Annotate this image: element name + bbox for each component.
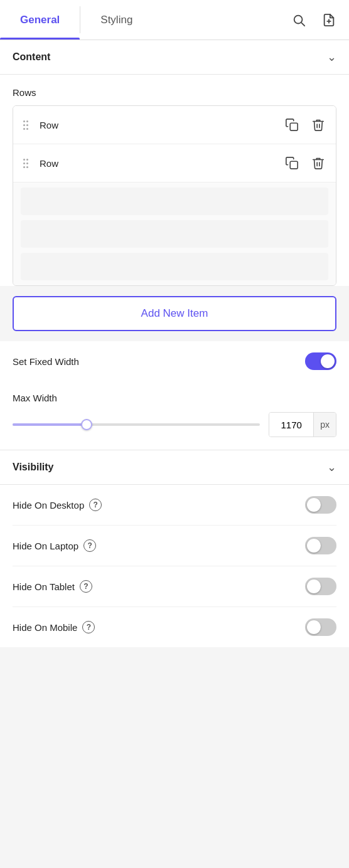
toggle-track (305, 578, 336, 595)
copy-row-button[interactable] (282, 115, 302, 135)
visibility-section-title: Visibility (13, 462, 54, 473)
max-width-input-group: px (269, 412, 336, 437)
help-icon: ? (82, 621, 95, 633)
tab-icons (279, 0, 349, 40)
toggle-thumb (307, 539, 321, 553)
toggle-track (305, 496, 336, 514)
rows-label: Rows (13, 87, 336, 98)
drag-dot (23, 124, 25, 126)
slider-thumb (81, 419, 92, 430)
drag-dot (23, 120, 25, 122)
max-width-unit: px (313, 413, 336, 437)
trash-icon (311, 118, 325, 132)
svg-point-0 (294, 15, 303, 23)
placeholder-row (21, 188, 328, 215)
drag-dot (26, 159, 28, 161)
list-item: Hide On Tablet ? (13, 566, 336, 607)
list-item: Hide On Desktop ? (13, 485, 336, 526)
file-icon (322, 13, 336, 27)
list-item: Hide On Mobile ? (13, 607, 336, 647)
hide-laptop-toggle[interactable] (305, 537, 336, 554)
hide-laptop-label: Hide On Laptop ? (13, 539, 96, 552)
content-section-header[interactable]: Content ⌄ (0, 40, 349, 75)
hide-desktop-label: Hide On Desktop ? (13, 499, 102, 511)
slider-track (13, 423, 260, 426)
rows-container: Row (13, 105, 336, 286)
table-row: Row (13, 106, 336, 144)
hide-tablet-label: Hide On Tablet ? (13, 580, 92, 593)
content-chevron-icon: ⌄ (327, 50, 336, 64)
settings-area: Set Fixed Width (0, 341, 349, 381)
max-width-area: Max Width px (0, 381, 349, 450)
drag-handle[interactable] (21, 118, 31, 132)
hide-mobile-toggle[interactable] (305, 618, 336, 636)
tab-styling[interactable]: Styling (80, 0, 153, 40)
search-icon (292, 13, 306, 27)
fixed-width-row: Set Fixed Width (13, 341, 336, 381)
toggle-thumb (307, 620, 321, 634)
svg-rect-5 (290, 161, 298, 169)
toggle-thumb (321, 354, 335, 368)
content-section-title: Content (13, 51, 50, 63)
visibility-chevron-icon: ⌄ (327, 460, 336, 474)
drag-dot (23, 162, 25, 164)
content-area: Rows Row (0, 75, 349, 286)
copy-row-button[interactable] (282, 153, 302, 173)
hide-desktop-toggle[interactable] (305, 496, 336, 514)
drag-dot (26, 120, 28, 122)
search-button[interactable] (286, 8, 311, 33)
toggle-track (305, 537, 336, 554)
copy-icon (285, 118, 299, 132)
visibility-section: Visibility ⌄ Hide On Desktop ? Hide On L… (0, 450, 349, 647)
list-item: Hide On Laptop ? (13, 526, 336, 566)
toggle-thumb (307, 498, 321, 512)
placeholder-area (13, 183, 336, 285)
trash-icon (311, 156, 325, 170)
row-actions (282, 115, 328, 135)
delete-row-button[interactable] (308, 115, 328, 135)
fixed-width-toggle[interactable] (305, 352, 336, 370)
file-button[interactable] (316, 8, 341, 33)
help-icon: ? (83, 539, 96, 552)
tabs-bar: General Styling (0, 0, 349, 40)
drag-dot (23, 159, 25, 161)
hide-tablet-toggle[interactable] (305, 578, 336, 595)
add-new-item-button[interactable]: Add New Item (13, 296, 336, 331)
drag-dot (26, 124, 28, 126)
tab-general[interactable]: General (0, 0, 80, 40)
max-width-controls: px (13, 412, 336, 437)
drag-dot (23, 128, 25, 130)
drag-dot (26, 166, 28, 168)
help-icon: ? (89, 499, 102, 511)
drag-dot (26, 128, 28, 130)
slider-fill (13, 423, 87, 426)
max-width-input[interactable] (269, 413, 313, 437)
visibility-items: Hide On Desktop ? Hide On Laptop ? (0, 485, 349, 647)
table-row: Row (13, 144, 336, 183)
visibility-section-header[interactable]: Visibility ⌄ (0, 450, 349, 485)
drag-dot (23, 166, 25, 168)
fixed-width-label: Set Fixed Width (13, 356, 79, 367)
placeholder-row (21, 220, 328, 248)
toggle-track (305, 352, 336, 370)
drag-handle[interactable] (21, 156, 31, 171)
help-icon: ? (80, 580, 92, 593)
hide-mobile-label: Hide On Mobile ? (13, 621, 95, 633)
copy-icon (285, 156, 299, 170)
delete-row-button[interactable] (308, 153, 328, 173)
max-width-slider[interactable] (13, 418, 260, 431)
toggle-thumb (307, 580, 321, 593)
row-label: Row (40, 120, 282, 130)
max-width-label: Max Width (13, 381, 336, 412)
row-label: Row (40, 158, 282, 169)
row-actions (282, 153, 328, 173)
drag-dot (26, 162, 28, 164)
toggle-track (305, 618, 336, 636)
svg-line-1 (302, 23, 305, 26)
placeholder-row (21, 253, 328, 280)
svg-rect-4 (290, 123, 298, 130)
